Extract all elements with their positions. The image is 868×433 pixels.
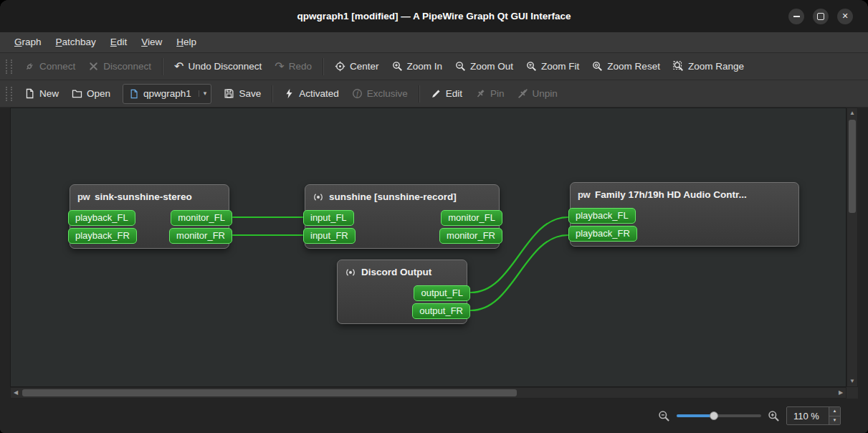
redo-icon: ↷ [275,61,284,72]
connect-icon [24,61,35,72]
close-icon: ✕ [841,11,848,21]
zoom-fit-button[interactable]: Zoom Fit [520,56,586,77]
main-area: pw sink-sunshine-stereo playback_FL play… [0,108,868,399]
port-monitor-fl[interactable]: monitor_FL [441,210,502,226]
connect-button[interactable]: Connect [18,56,82,77]
zoom-value[interactable]: 110 % [787,407,829,424]
port-monitor-fr[interactable]: monitor_FR [439,228,502,244]
graph-canvas[interactable]: pw sink-sunshine-stereo playback_FL play… [10,108,846,387]
toolbar-drag-handle[interactable] [6,87,12,101]
undo-label: Undo Disconnect [189,61,262,72]
file-toolbar: New Open qpwgraph1 ▾ Save Activated Excl… [0,80,868,108]
port-input-fr[interactable]: input_FR [303,228,356,244]
zoom-out-icon[interactable] [658,410,670,422]
combo-dropdown-arrow-icon[interactable]: ▾ [199,90,207,97]
menu-view[interactable]: View [134,32,169,52]
toolbar-separator [272,85,273,103]
port-playback-fr[interactable]: playback_FR [68,228,137,244]
open-button[interactable]: Open [65,83,117,105]
port-monitor-fr[interactable]: monitor_FR [169,228,232,244]
save-label: Save [239,88,261,99]
vertical-scrollbar-thumb[interactable] [849,120,856,213]
zoom-reset-button[interactable]: Zoom Reset [586,56,667,77]
zoom-slider-handle[interactable] [710,411,718,420]
scroll-up-icon[interactable]: ▲ [847,108,857,118]
node-sunshine-record[interactable]: sunshine [sunshine-record] input_FL inpu… [305,184,500,249]
titlebar[interactable]: qpwgraph1 [modified] — A PipeWire Graph … [0,0,868,32]
port-output-fr[interactable]: output_FR [412,303,470,319]
node-header[interactable]: sunshine [sunshine-record] [305,185,499,209]
node-title: sink-sunshine-stereo [95,191,192,202]
horizontal-scrollbar[interactable]: ◀ ▶ [10,387,846,399]
horizontal-scrollbar-thumb[interactable] [22,389,517,396]
node-title: sunshine [sunshine-record] [329,191,457,202]
node-family-hd-audio[interactable]: pw Family 17h/19h HD Audio Contr... play… [570,182,799,247]
zoom-range-button[interactable]: Zoom Range [667,56,750,77]
maximize-button[interactable] [813,9,829,24]
save-icon [224,88,234,99]
edit-button[interactable]: Edit [424,83,469,105]
exclusive-toggle[interactable]: Exclusive [345,83,414,105]
window-controls: ✕ [788,9,853,24]
audio-node-icon [313,191,324,203]
minimize-icon [793,16,800,17]
save-button[interactable]: Save [217,83,267,105]
spin-down-icon[interactable]: ▼ [829,416,840,425]
pencil-icon [431,88,442,99]
redo-button[interactable]: ↷ Redo [268,56,318,77]
menu-edit[interactable]: Edit [103,32,134,52]
port-playback-fr[interactable]: playback_FR [568,226,637,242]
pin-label: Pin [490,88,505,99]
pin-button[interactable]: Pin [469,83,511,105]
disconnect-button[interactable]: Disconnect [82,56,158,77]
port-monitor-fl[interactable]: monitor_FL [171,210,232,226]
menu-help[interactable]: Help [169,32,204,52]
menu-patchbay[interactable]: Patchbay [49,32,103,52]
port-output-fl[interactable]: output_FL [414,285,470,301]
new-button[interactable]: New [18,83,65,105]
zoom-in-label: Zoom In [407,61,443,72]
minimize-button[interactable] [788,9,804,24]
port-playback-fl[interactable]: playback_FL [568,208,636,224]
zoom-in-button[interactable]: Zoom In [386,56,449,77]
port-input-fl[interactable]: input_FL [303,210,354,226]
zoom-range-icon [673,61,684,72]
center-icon [335,61,345,72]
connect-label: Connect [39,61,75,72]
menubar: Graph Patchbay Edit View Help [0,32,868,53]
disconnect-icon [88,61,99,72]
node-header[interactable]: pw sink-sunshine-stereo [70,185,229,209]
app-window: qpwgraph1 [modified] — A PipeWire Graph … [0,0,868,433]
session-file-icon [129,89,139,99]
node-header[interactable]: Discord Output [338,260,467,284]
spin-up-icon[interactable]: ▲ [829,407,840,416]
zoom-in-icon[interactable] [768,410,780,422]
port-playback-fl[interactable]: playback_FL [68,210,135,226]
undo-disconnect-button[interactable]: ↶ Undo Disconnect [168,56,268,77]
open-folder-icon [72,88,82,99]
session-combobox-value: qpwgraph1 [143,88,191,99]
activated-toggle[interactable]: Activated [277,83,345,105]
node-sink-sunshine-stereo[interactable]: pw sink-sunshine-stereo playback_FL play… [70,184,229,249]
exclusive-icon [352,88,363,99]
close-button[interactable]: ✕ [837,9,853,24]
scroll-left-icon[interactable]: ◀ [11,388,21,398]
vertical-scrollbar[interactable]: ▲ ▼ [846,108,858,387]
zoom-slider[interactable] [677,414,761,417]
scroll-down-icon[interactable]: ▼ [847,376,857,386]
zoom-out-button[interactable]: Zoom Out [449,56,520,77]
menu-graph[interactable]: Graph [7,32,49,52]
center-button[interactable]: Center [328,56,386,77]
scroll-right-icon[interactable]: ▶ [836,388,846,398]
open-label: Open [87,88,110,99]
zoom-spinbox[interactable]: 110 % ▲ ▼ [786,406,841,425]
toolbar-drag-handle[interactable] [6,60,12,74]
pipewire-icon: pw [578,189,590,200]
node-discord-output[interactable]: Discord Output output_FL output_FR [337,260,467,324]
center-label: Center [350,61,379,72]
node-header[interactable]: pw Family 17h/19h HD Audio Contr... [571,183,798,206]
new-file-icon [24,88,35,99]
unpin-button[interactable]: Unpin [511,83,564,105]
session-combobox[interactable]: qpwgraph1 ▾ [123,84,211,104]
zoom-slider-fill [677,414,714,417]
